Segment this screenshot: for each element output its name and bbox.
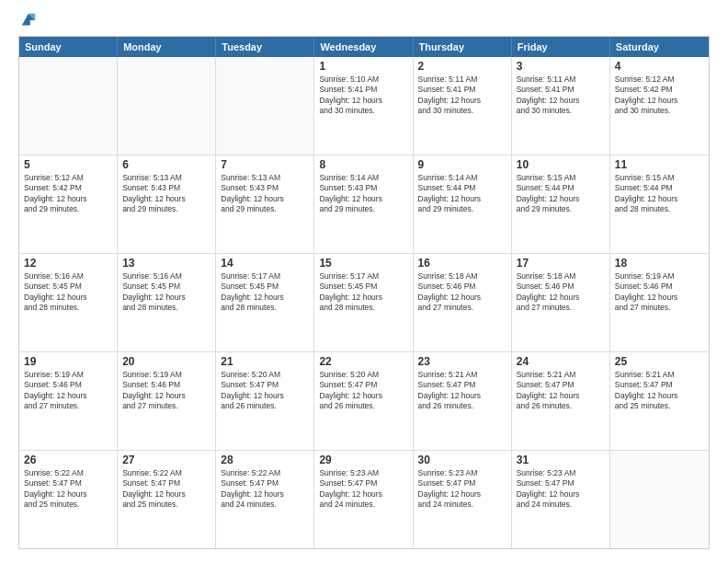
day-number: 26 <box>24 454 112 466</box>
calendar-cell: 14Sunrise: 5:17 AM Sunset: 5:45 PM Dayli… <box>216 254 314 351</box>
calendar-cell: 30Sunrise: 5:23 AM Sunset: 5:47 PM Dayli… <box>414 451 512 548</box>
day-number: 9 <box>418 158 506 171</box>
day-info: Sunrise: 5:21 AM Sunset: 5:47 PM Dayligh… <box>517 370 605 412</box>
day-info: Sunrise: 5:18 AM Sunset: 5:46 PM Dayligh… <box>517 271 605 314</box>
page: SundayMondayTuesdayWednesdayThursdayFrid… <box>0 0 728 563</box>
day-info: Sunrise: 5:16 AM Sunset: 5:45 PM Dayligh… <box>24 271 112 314</box>
day-info: Sunrise: 5:19 AM Sunset: 5:46 PM Dayligh… <box>24 370 112 412</box>
calendar-cell: 18Sunrise: 5:19 AM Sunset: 5:46 PM Dayli… <box>610 254 709 351</box>
calendar-cell: 15Sunrise: 5:17 AM Sunset: 5:45 PM Dayli… <box>314 254 413 351</box>
calendar-cell: 9Sunrise: 5:14 AM Sunset: 5:44 PM Daylig… <box>414 155 512 253</box>
calendar-row: 5Sunrise: 5:12 AM Sunset: 5:42 PM Daylig… <box>19 155 709 253</box>
weekday-header: Wednesday <box>314 37 413 57</box>
logo <box>18 14 37 29</box>
day-info: Sunrise: 5:22 AM Sunset: 5:47 PM Dayligh… <box>122 468 210 511</box>
day-info: Sunrise: 5:16 AM Sunset: 5:45 PM Dayligh… <box>122 271 210 314</box>
day-number: 4 <box>615 60 704 73</box>
weekday-header: Friday <box>512 37 610 57</box>
day-number: 13 <box>122 257 210 270</box>
day-number: 18 <box>615 257 704 270</box>
day-info: Sunrise: 5:22 AM Sunset: 5:47 PM Dayligh… <box>24 468 112 511</box>
calendar-cell: 3Sunrise: 5:11 AM Sunset: 5:41 PM Daylig… <box>512 57 610 155</box>
weekday-header: Tuesday <box>216 37 314 57</box>
day-number: 8 <box>319 158 407 171</box>
calendar-cell: 26Sunrise: 5:22 AM Sunset: 5:47 PM Dayli… <box>19 451 118 548</box>
day-number: 7 <box>221 158 309 171</box>
calendar-cell: 5Sunrise: 5:12 AM Sunset: 5:42 PM Daylig… <box>19 155 118 253</box>
day-number: 28 <box>221 454 309 466</box>
day-number: 6 <box>122 158 210 171</box>
calendar-cell <box>19 57 118 155</box>
calendar-cell: 21Sunrise: 5:20 AM Sunset: 5:47 PM Dayli… <box>216 352 314 450</box>
day-info: Sunrise: 5:19 AM Sunset: 5:46 PM Dayligh… <box>122 370 210 412</box>
day-number: 29 <box>319 454 407 466</box>
calendar-row: 12Sunrise: 5:16 AM Sunset: 5:45 PM Dayli… <box>19 253 709 351</box>
calendar-cell: 8Sunrise: 5:14 AM Sunset: 5:43 PM Daylig… <box>314 155 413 253</box>
calendar-cell: 31Sunrise: 5:23 AM Sunset: 5:47 PM Dayli… <box>512 451 610 548</box>
weekday-header: Sunday <box>19 37 118 57</box>
calendar-cell: 22Sunrise: 5:20 AM Sunset: 5:47 PM Dayli… <box>314 352 413 450</box>
day-number: 10 <box>517 158 605 171</box>
logo-icon <box>20 12 37 29</box>
calendar-cell: 19Sunrise: 5:19 AM Sunset: 5:46 PM Dayli… <box>19 352 118 450</box>
calendar-cell: 28Sunrise: 5:22 AM Sunset: 5:47 PM Dayli… <box>216 451 314 548</box>
day-info: Sunrise: 5:13 AM Sunset: 5:43 PM Dayligh… <box>221 173 309 215</box>
day-info: Sunrise: 5:14 AM Sunset: 5:43 PM Dayligh… <box>319 173 407 215</box>
day-number: 17 <box>517 257 605 270</box>
weekday-header: Thursday <box>414 37 512 57</box>
day-info: Sunrise: 5:17 AM Sunset: 5:45 PM Dayligh… <box>319 271 407 314</box>
day-number: 16 <box>418 257 506 270</box>
day-info: Sunrise: 5:14 AM Sunset: 5:44 PM Dayligh… <box>418 173 506 215</box>
calendar: SundayMondayTuesdayWednesdayThursdayFrid… <box>18 36 710 549</box>
calendar-cell: 2Sunrise: 5:11 AM Sunset: 5:41 PM Daylig… <box>414 57 512 155</box>
day-info: Sunrise: 5:12 AM Sunset: 5:42 PM Dayligh… <box>615 75 704 117</box>
day-info: Sunrise: 5:23 AM Sunset: 5:47 PM Dayligh… <box>517 468 605 511</box>
day-number: 14 <box>221 257 309 270</box>
calendar-cell: 10Sunrise: 5:15 AM Sunset: 5:44 PM Dayli… <box>512 155 610 253</box>
calendar-row: 1Sunrise: 5:10 AM Sunset: 5:41 PM Daylig… <box>19 57 709 155</box>
calendar-header: SundayMondayTuesdayWednesdayThursdayFrid… <box>19 37 709 57</box>
day-info: Sunrise: 5:22 AM Sunset: 5:47 PM Dayligh… <box>221 468 309 511</box>
calendar-cell: 25Sunrise: 5:21 AM Sunset: 5:47 PM Dayli… <box>610 352 709 450</box>
day-number: 12 <box>24 257 112 270</box>
calendar-cell: 27Sunrise: 5:22 AM Sunset: 5:47 PM Dayli… <box>118 451 216 548</box>
day-number: 15 <box>319 257 407 270</box>
day-number: 22 <box>319 355 407 368</box>
day-number: 2 <box>418 60 506 73</box>
day-info: Sunrise: 5:20 AM Sunset: 5:47 PM Dayligh… <box>319 370 407 412</box>
weekday-header: Monday <box>118 37 216 57</box>
day-info: Sunrise: 5:19 AM Sunset: 5:46 PM Dayligh… <box>615 271 704 314</box>
calendar-cell: 20Sunrise: 5:19 AM Sunset: 5:46 PM Dayli… <box>118 352 216 450</box>
calendar-cell <box>610 451 709 548</box>
day-number: 21 <box>221 355 309 368</box>
calendar-cell: 23Sunrise: 5:21 AM Sunset: 5:47 PM Dayli… <box>414 352 512 450</box>
day-info: Sunrise: 5:15 AM Sunset: 5:44 PM Dayligh… <box>615 173 704 215</box>
day-number: 24 <box>517 355 605 368</box>
calendar-cell: 29Sunrise: 5:23 AM Sunset: 5:47 PM Dayli… <box>314 451 413 548</box>
day-number: 23 <box>418 355 506 368</box>
day-info: Sunrise: 5:20 AM Sunset: 5:47 PM Dayligh… <box>221 370 309 412</box>
calendar-row: 19Sunrise: 5:19 AM Sunset: 5:46 PM Dayli… <box>19 351 709 450</box>
day-number: 20 <box>122 355 210 368</box>
calendar-cell <box>118 57 216 155</box>
calendar-cell: 24Sunrise: 5:21 AM Sunset: 5:47 PM Dayli… <box>512 352 610 450</box>
day-info: Sunrise: 5:12 AM Sunset: 5:42 PM Dayligh… <box>24 173 112 215</box>
day-info: Sunrise: 5:21 AM Sunset: 5:47 PM Dayligh… <box>615 370 704 412</box>
calendar-body: 1Sunrise: 5:10 AM Sunset: 5:41 PM Daylig… <box>19 57 709 548</box>
day-info: Sunrise: 5:23 AM Sunset: 5:47 PM Dayligh… <box>319 468 407 511</box>
calendar-cell: 17Sunrise: 5:18 AM Sunset: 5:46 PM Dayli… <box>512 254 610 351</box>
day-number: 30 <box>418 454 506 466</box>
day-info: Sunrise: 5:17 AM Sunset: 5:45 PM Dayligh… <box>221 271 309 314</box>
day-info: Sunrise: 5:13 AM Sunset: 5:43 PM Dayligh… <box>122 173 210 215</box>
calendar-cell: 13Sunrise: 5:16 AM Sunset: 5:45 PM Dayli… <box>118 254 216 351</box>
day-number: 25 <box>615 355 704 368</box>
day-number: 19 <box>24 355 112 368</box>
calendar-cell: 6Sunrise: 5:13 AM Sunset: 5:43 PM Daylig… <box>118 155 216 253</box>
weekday-header: Saturday <box>610 37 709 57</box>
day-info: Sunrise: 5:15 AM Sunset: 5:44 PM Dayligh… <box>517 173 605 215</box>
day-info: Sunrise: 5:11 AM Sunset: 5:41 PM Dayligh… <box>418 75 506 117</box>
day-number: 5 <box>24 158 112 171</box>
day-number: 1 <box>319 60 407 73</box>
day-number: 31 <box>517 454 605 466</box>
calendar-cell <box>216 57 314 155</box>
